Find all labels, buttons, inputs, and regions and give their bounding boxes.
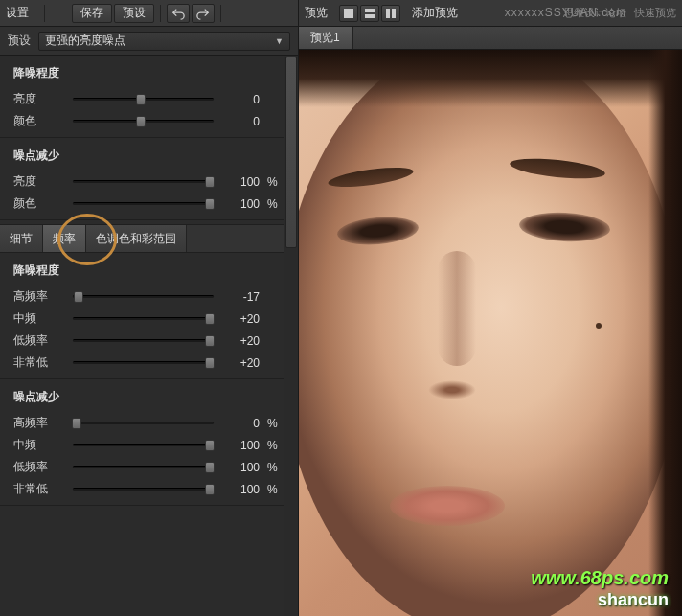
redo-button[interactable] <box>192 4 215 23</box>
slider-low-freq-2: 低频率 100 % <box>0 455 294 477</box>
slider-brightness-2: 亮度 100 % <box>0 170 294 192</box>
view-mode-single[interactable] <box>339 5 358 22</box>
watermark-shancun: shancun <box>598 590 669 610</box>
preview-title: 预览 <box>305 5 328 21</box>
slider-track[interactable] <box>73 460 214 475</box>
slider-track[interactable] <box>73 114 214 129</box>
svg-rect-0 <box>344 9 353 18</box>
tab-frequency[interactable]: 频率 <box>43 225 86 252</box>
tab-bar: 细节 频率 色调色和彩范围 <box>0 224 294 253</box>
view-mode-split-v[interactable] <box>381 5 400 22</box>
preview-tabbar: 预览1 <box>299 27 682 50</box>
right-topbar: 预览 添加预览 思维设计论坛 快速预览 xxxxxxSSYUAN.com <box>299 0 682 27</box>
divider <box>160 5 161 22</box>
undo-button[interactable] <box>167 4 190 23</box>
preview-image: www.68ps.com shancun <box>299 50 682 616</box>
scroll-area: 降噪程度 亮度 0 颜色 0 噪点减少 亮度 100 % <box>0 56 298 616</box>
preset-button[interactable]: 预设 <box>114 4 154 23</box>
slider-high-freq-1: 高频率 -17 <box>0 285 294 307</box>
divider <box>44 5 45 22</box>
preview-tab-1[interactable]: 预览1 <box>299 27 352 49</box>
slider-track[interactable] <box>73 416 214 431</box>
slider-track[interactable] <box>73 92 214 107</box>
preset-select[interactable]: 更强的亮度噪点 ▼ <box>38 32 290 51</box>
svg-rect-1 <box>365 9 375 12</box>
svg-rect-2 <box>365 14 375 18</box>
slider-low-freq-1: 低频率 +20 <box>0 329 294 351</box>
slider-mid-freq-2: 中频 100 % <box>0 433 294 455</box>
slider-track[interactable] <box>73 174 214 190</box>
divider <box>220 5 221 22</box>
svg-rect-4 <box>392 9 396 18</box>
slider-track[interactable] <box>73 289 214 305</box>
slider-track[interactable] <box>73 482 214 497</box>
scrollbar-thumb[interactable] <box>285 57 297 248</box>
section-noise-reduce-2: 噪点减少 <box>0 379 294 411</box>
slider-mid-freq-1: 中频 +20 <box>0 307 294 329</box>
add-preview-link[interactable]: 添加预览 <box>412 5 458 21</box>
watermark-url: xxxxxxSSYUAN.com <box>505 6 626 19</box>
slider-track[interactable] <box>73 196 214 212</box>
section-noise-degree-1: 降噪程度 <box>0 56 294 87</box>
settings-title: 设置 <box>6 5 29 21</box>
slider-very-low-1: 非常低 +20 <box>0 351 294 373</box>
section-noise-degree-2: 降噪程度 <box>0 253 294 285</box>
slider-track[interactable] <box>73 355 214 371</box>
tab-detail[interactable]: 细节 <box>0 225 43 252</box>
quick-preview-text: 快速预览 <box>634 6 676 20</box>
left-topbar: 设置 保存 预设 <box>0 0 298 27</box>
slider-color-2: 颜色 100 % <box>0 192 294 214</box>
tab-tone-color-range[interactable]: 色调色和彩范围 <box>86 225 187 252</box>
view-mode-split-h[interactable] <box>360 5 379 22</box>
slider-brightness-1: 亮度 0 <box>0 87 294 109</box>
section-noise-reduce-1: 噪点减少 <box>0 138 294 170</box>
slider-track[interactable] <box>73 333 214 349</box>
preset-value: 更强的亮度噪点 <box>45 33 125 49</box>
slider-track[interactable] <box>73 311 214 327</box>
slider-track[interactable] <box>73 438 214 453</box>
preset-row: 预设 更强的亮度噪点 ▼ <box>0 27 298 56</box>
preset-label: 预设 <box>8 33 31 49</box>
chevron-down-icon: ▼ <box>275 36 284 46</box>
slider-very-low-2: 非常低 100 % <box>0 477 294 499</box>
slider-color-1: 颜色 0 <box>0 109 294 131</box>
slider-high-freq-2: 高频率 0 % <box>0 411 294 433</box>
save-button[interactable]: 保存 <box>72 4 112 23</box>
preview-tab-rest <box>352 27 682 49</box>
scrollbar[interactable] <box>284 56 298 616</box>
svg-rect-3 <box>386 9 390 18</box>
watermark-68ps: www.68ps.com <box>531 567 669 589</box>
